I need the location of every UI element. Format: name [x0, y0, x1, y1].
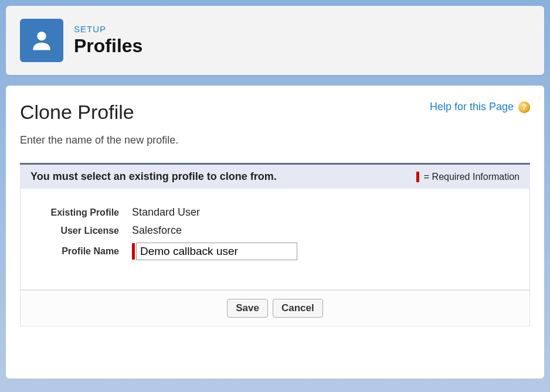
user-license-label: User License	[32, 226, 132, 236]
cancel-button[interactable]: Cancel	[273, 299, 323, 318]
required-info: = Required Information	[416, 172, 520, 182]
help-link[interactable]: Help for this Page ?	[430, 101, 530, 113]
profile-name-row: Profile Name	[32, 243, 518, 260]
form-area: Existing Profile Standard User User Lice…	[20, 189, 530, 290]
info-message: You must select an existing profile to c…	[30, 171, 277, 183]
help-icon: ?	[518, 101, 530, 113]
header-text: SETUP Profiles	[74, 24, 142, 57]
existing-profile-row: Existing Profile Standard User	[32, 206, 518, 219]
required-info-label: = Required Information	[424, 172, 520, 182]
setup-header: SETUP Profiles	[6, 6, 544, 75]
button-bar: Save Cancel	[20, 290, 530, 326]
user-icon	[20, 19, 63, 62]
user-license-row: User License Salesforce	[32, 224, 518, 237]
info-bar: You must select an existing profile to c…	[20, 163, 530, 189]
required-marker-icon	[132, 243, 135, 260]
existing-profile-value: Standard User	[132, 206, 200, 219]
page-subtext: Enter the name of the new profile.	[20, 134, 530, 146]
user-license-value: Salesforce	[132, 224, 182, 237]
existing-profile-label: Existing Profile	[32, 207, 132, 218]
header-title: Profiles	[74, 35, 142, 57]
main-content: Clone Profile Help for this Page ? Enter…	[6, 86, 544, 379]
svg-point-0	[37, 32, 46, 40]
profile-name-label: Profile Name	[32, 246, 132, 257]
required-marker-icon	[416, 172, 419, 182]
help-link-text: Help for this Page	[430, 101, 514, 113]
profile-name-input[interactable]	[136, 243, 297, 260]
save-button[interactable]: Save	[227, 299, 268, 318]
setup-label: SETUP	[74, 24, 142, 34]
page-title: Clone Profile	[20, 101, 134, 124]
